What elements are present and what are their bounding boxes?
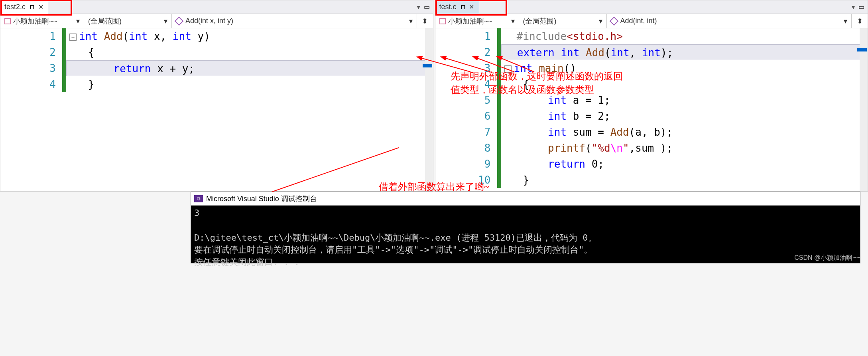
- nav-bar-right: 小颖加油啊~~ ▾ (全局范围) ▾ Add(int, int) ▾ ⬍: [435, 14, 868, 28]
- tab-controls: ▼ ▭: [416, 3, 433, 11]
- console-titlebar[interactable]: ⧉ Microsoft Visual Studio 调试控制台: [191, 192, 860, 206]
- left-pane: test2.c ⊓ ✕ ▼ ▭ 小颖加油啊~~ ▾ (全局范围) ▾ Add(i…: [0, 0, 433, 192]
- debug-console: ⧉ Microsoft Visual Studio 调试控制台 3 D:\git…: [191, 192, 860, 263]
- chevron-down-icon: ▾: [599, 17, 602, 26]
- right-pane: test.c ⊓ ✕ ▼ ▭ 小颖加油啊~~ ▾ (全局范围) ▾ Add(in…: [435, 0, 868, 192]
- chevron-down-icon: ▾: [76, 17, 80, 26]
- nav-project[interactable]: 小颖加油啊~~ ▾: [0, 14, 84, 28]
- highlight-box-left: [0, 0, 72, 16]
- nav-project[interactable]: 小颖加油啊~~ ▾: [435, 14, 519, 28]
- nav-function[interactable]: Add(int x, int y) ▾: [172, 14, 417, 28]
- code-line[interactable]: −int main(): [501, 60, 868, 76]
- console-output[interactable]: 3 D:\gitee\test_ct\小颖加油啊~~\Debug\小颖加油啊~~…: [191, 206, 860, 263]
- code-line[interactable]: {: [66, 44, 433, 60]
- tab-bar-left: test2.c ⊓ ✕ ▼ ▭: [0, 0, 433, 14]
- highlight-box-right: [435, 0, 507, 16]
- fold-icon[interactable]: −: [69, 34, 77, 41]
- code-line[interactable]: return 0;: [501, 156, 868, 172]
- split-button[interactable]: ⬍: [417, 14, 433, 28]
- dropdown-icon[interactable]: ▼: [850, 4, 856, 10]
- scrollbar[interactable]: [425, 28, 433, 191]
- code-line[interactable]: #include<stdio.h>: [501, 28, 868, 44]
- editor-right[interactable]: 1 2 3 4 5 6 7 8 9 10 #include<stdio.h> e…: [435, 28, 868, 191]
- nav-bar-left: 小颖加油啊~~ ▾ (全局范围) ▾ Add(int x, int y) ▾ ⬍: [0, 14, 433, 28]
- scroll-marker: [857, 48, 867, 51]
- cube-icon: [175, 16, 184, 26]
- code-line[interactable]: −int Add(int x, int y): [66, 28, 433, 44]
- chevron-down-icon: ▾: [164, 17, 167, 26]
- scroll-marker: [423, 64, 432, 67]
- dropdown-icon[interactable]: ▼: [416, 4, 421, 10]
- code-line[interactable]: int b = 2;: [501, 108, 868, 124]
- editor-left[interactable]: 1 2 3 4 −int Add(int x, int y) { return …: [0, 28, 433, 191]
- code-right[interactable]: #include<stdio.h> extern int Add(int, in…: [501, 28, 868, 191]
- ide-container: test2.c ⊓ ✕ ▼ ▭ 小颖加油啊~~ ▾ (全局范围) ▾ Add(i…: [0, 0, 868, 192]
- code-line[interactable]: extern int Add(int, int);: [501, 44, 868, 60]
- code-left[interactable]: −int Add(int x, int y) { return x + y; }: [66, 28, 433, 191]
- code-line[interactable]: }: [66, 76, 433, 92]
- project-icon: [439, 18, 446, 24]
- code-line[interactable]: return x + y;: [66, 60, 433, 76]
- project-icon: [4, 18, 11, 24]
- split-button[interactable]: ⬍: [852, 14, 868, 28]
- nav-scope[interactable]: (全局范围) ▾: [84, 14, 172, 28]
- code-line[interactable]: printf("%d\n",sum );: [501, 140, 868, 156]
- code-line[interactable]: int a = 1;: [501, 92, 868, 108]
- console-title-text: Microsoft Visual Studio 调试控制台: [206, 194, 317, 204]
- code-line[interactable]: }: [501, 172, 868, 188]
- code-line[interactable]: {: [501, 76, 868, 92]
- chevron-down-icon: ▾: [511, 17, 515, 26]
- window-icon[interactable]: ▭: [858, 3, 864, 11]
- gutter-right: 1 2 3 4 5 6 7 8 9 10: [435, 28, 497, 191]
- cube-icon: [609, 16, 618, 26]
- tab-bar-right: test.c ⊓ ✕ ▼ ▭: [435, 0, 868, 14]
- chevron-down-icon: ▾: [844, 17, 847, 26]
- tab-controls: ▼ ▭: [850, 3, 868, 11]
- gutter-left: 1 2 3 4: [0, 28, 62, 191]
- watermark: CSDN @小颖加油啊~~: [794, 254, 860, 262]
- fold-icon[interactable]: −: [504, 65, 512, 73]
- code-line[interactable]: int sum = Add(a, b);: [501, 124, 868, 140]
- change-bar: [497, 28, 501, 191]
- nav-scope[interactable]: (全局范围) ▾: [519, 14, 607, 28]
- chevron-down-icon: ▾: [409, 17, 413, 26]
- window-icon[interactable]: ▭: [424, 3, 430, 11]
- nav-function[interactable]: Add(int, int) ▾: [607, 14, 852, 28]
- scrollbar[interactable]: [860, 28, 868, 191]
- vs-icon: ⧉: [194, 195, 203, 202]
- change-bar: [62, 28, 66, 191]
